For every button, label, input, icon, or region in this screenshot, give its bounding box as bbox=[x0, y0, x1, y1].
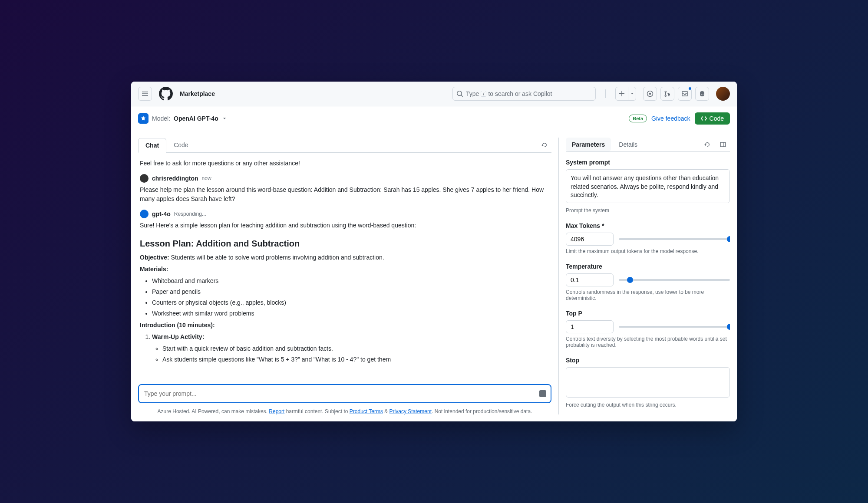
inbox-button[interactable] bbox=[678, 87, 692, 101]
user-message-text: Please help me plan the lesson around th… bbox=[140, 185, 550, 204]
message-time: now bbox=[202, 175, 211, 181]
code-icon bbox=[701, 115, 707, 122]
copilot-button[interactable] bbox=[695, 87, 709, 101]
hamburger-icon bbox=[142, 90, 149, 97]
refresh-icon bbox=[704, 141, 711, 148]
intro-steps: Warm-Up Activity: Start with a quick rev… bbox=[140, 332, 550, 364]
tab-chat[interactable]: Chat bbox=[138, 138, 166, 153]
model-selector[interactable]: Model: OpenAI GPT-4o bbox=[138, 113, 227, 124]
inbox-icon bbox=[681, 90, 688, 97]
app-window: Marketplace Type / to search or ask Copi… bbox=[131, 82, 737, 421]
materials-label: Materials: bbox=[140, 266, 168, 273]
params-scroll[interactable]: System prompt Prompt the system Max Toke… bbox=[566, 152, 730, 414]
collapse-button[interactable] bbox=[716, 138, 730, 151]
message-header: gpt-4o Responding... bbox=[140, 210, 550, 218]
materials-list: Whiteboard and markers Paper and pencils… bbox=[140, 276, 550, 318]
list-item: Counters or physical objects (e.g., appl… bbox=[152, 298, 550, 307]
notification-dot-icon bbox=[688, 86, 692, 91]
top-p-input[interactable] bbox=[566, 320, 614, 333]
git-pull-request-icon bbox=[664, 90, 671, 97]
hamburger-menu-button[interactable] bbox=[138, 87, 152, 101]
issues-button[interactable] bbox=[643, 87, 657, 101]
model-bar: Model: OpenAI GPT-4o Beta Give feedback … bbox=[131, 106, 737, 131]
message-status: Responding... bbox=[174, 211, 206, 217]
give-feedback-link[interactable]: Give feedback bbox=[651, 115, 690, 122]
refresh-button[interactable] bbox=[538, 138, 551, 152]
introduction-label: Introduction (10 minutes): bbox=[140, 322, 215, 329]
chevron-down-icon bbox=[222, 116, 227, 121]
beta-badge: Beta bbox=[629, 115, 647, 122]
list-item: Whiteboard and markers bbox=[152, 276, 550, 286]
message-author: gpt-4o bbox=[152, 210, 171, 217]
brand-label[interactable]: Marketplace bbox=[180, 90, 215, 97]
top-p-slider[interactable] bbox=[619, 326, 730, 328]
refresh-icon bbox=[541, 141, 548, 148]
privacy-link[interactable]: Privacy Statement bbox=[389, 408, 432, 414]
lesson-title: Lesson Plan: Addition and Subtraction bbox=[140, 239, 550, 249]
stop-textarea[interactable] bbox=[566, 367, 730, 398]
search-input[interactable]: Type / to search or ask Copilot bbox=[452, 87, 596, 101]
max-tokens-label: Max Tokens * bbox=[566, 222, 730, 229]
list-item: Warm-Up Activity: Start with a quick rev… bbox=[152, 332, 550, 364]
tab-code[interactable]: Code bbox=[166, 138, 195, 152]
create-new-button[interactable] bbox=[615, 87, 636, 101]
chat-panel: Chat Code Feel free to ask for more ques… bbox=[138, 138, 551, 414]
disclaimer: Azure Hosted. AI Powered, can make mista… bbox=[138, 408, 551, 414]
max-tokens-slider[interactable] bbox=[619, 238, 730, 240]
chat-tabs: Chat Code bbox=[138, 138, 551, 153]
search-icon bbox=[456, 90, 463, 97]
tab-details[interactable]: Details bbox=[613, 138, 644, 151]
top-header: Marketplace Type / to search or ask Copi… bbox=[131, 82, 737, 106]
prompt-box bbox=[138, 384, 551, 403]
user-avatar-icon bbox=[140, 174, 149, 183]
pull-requests-button[interactable] bbox=[660, 87, 674, 101]
report-link[interactable]: Report bbox=[269, 408, 284, 414]
chevron-down-icon bbox=[630, 92, 634, 96]
circle-dot-icon bbox=[647, 90, 653, 97]
temperature-input[interactable] bbox=[566, 273, 614, 286]
stop-label: Stop bbox=[566, 357, 730, 364]
product-terms-link[interactable]: Product Terms bbox=[350, 408, 383, 414]
user-avatar[interactable] bbox=[716, 87, 730, 101]
max-tokens-help: Limit the maximum output tokens for the … bbox=[566, 248, 730, 254]
reset-button[interactable] bbox=[700, 138, 714, 151]
temperature-help: Controls randomness in the response, use… bbox=[566, 289, 730, 301]
svg-point-1 bbox=[650, 93, 651, 95]
chat-scroll[interactable]: Feel free to ask for more questions or a… bbox=[138, 153, 551, 380]
svg-rect-2 bbox=[720, 142, 726, 147]
system-prompt-textarea[interactable] bbox=[566, 169, 730, 203]
max-tokens-input[interactable] bbox=[566, 233, 614, 246]
objective-text: Students will be able to solve word prob… bbox=[169, 254, 384, 261]
message-header: chrisreddington now bbox=[140, 174, 550, 183]
list-item: Paper and pencils bbox=[152, 287, 550, 296]
list-item: Ask students simple questions like "What… bbox=[162, 355, 550, 364]
top-p-label: Top P bbox=[566, 310, 730, 317]
search-kbd: / bbox=[481, 91, 486, 97]
model-name: OpenAI GPT-4o bbox=[174, 115, 218, 122]
right-tabs: Parameters Details bbox=[566, 138, 730, 152]
search-text-pre: Type bbox=[466, 90, 479, 97]
list-item: Worksheet with similar word problems bbox=[152, 309, 550, 318]
github-logo-icon[interactable] bbox=[159, 87, 173, 101]
assistant-text: Feel free to ask for more questions or a… bbox=[140, 159, 550, 168]
system-prompt-help: Prompt the system bbox=[566, 207, 730, 214]
copilot-icon bbox=[699, 90, 706, 97]
model-prefix: Model: bbox=[152, 115, 170, 122]
stop-help: Force cutting the output when this strin… bbox=[566, 402, 730, 408]
sidebar-icon bbox=[719, 141, 726, 148]
tab-parameters[interactable]: Parameters bbox=[566, 138, 611, 151]
list-item: Start with a quick review of basic addit… bbox=[162, 344, 550, 353]
content-area: Chat Code Feel free to ask for more ques… bbox=[131, 131, 737, 421]
plus-icon bbox=[618, 90, 625, 97]
temperature-slider[interactable] bbox=[619, 279, 730, 281]
model-icon bbox=[138, 113, 149, 124]
code-button[interactable]: Code bbox=[695, 112, 730, 125]
send-button[interactable] bbox=[539, 390, 546, 397]
bot-intro-text: Sure! Here's a simple lesson plan for te… bbox=[140, 221, 550, 230]
warmup-label: Warm-Up Activity: bbox=[152, 333, 204, 340]
prompt-input[interactable] bbox=[139, 385, 551, 402]
objective-label: Objective: bbox=[140, 254, 169, 261]
top-p-help: Controls text diversity by selecting the… bbox=[566, 336, 730, 348]
search-text-post: to search or ask Copilot bbox=[488, 90, 552, 97]
message-author: chrisreddington bbox=[152, 175, 198, 182]
